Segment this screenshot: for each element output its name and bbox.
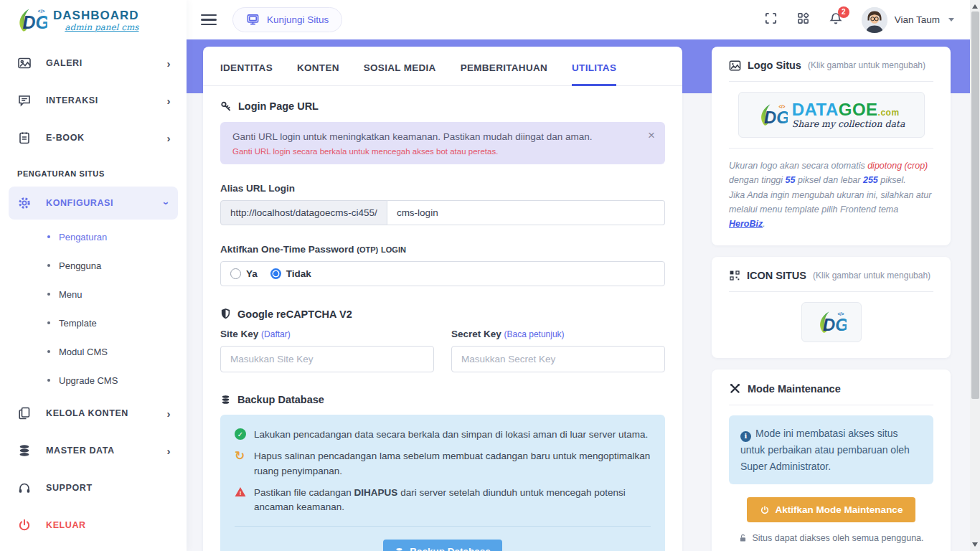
- check-circle-icon: ✓: [235, 428, 246, 440]
- datagoe-logo-icon: DG </>: [16, 6, 47, 34]
- otp-radio-group: Ya Tidak: [220, 261, 665, 286]
- fullscreen-icon: [764, 11, 778, 25]
- svg-text:DG: DG: [23, 12, 47, 32]
- sidebar-subitem-modul-cms[interactable]: Modul CMS: [0, 337, 187, 366]
- site-logo-image[interactable]: DG </> DATAGOE.com Share my collection d…: [738, 92, 925, 138]
- sidebar-item-interaksi[interactable]: INTERAKSI ›: [0, 82, 187, 119]
- sidebar-section-label: PENGATURAN SITUS: [0, 156, 187, 184]
- avatar: [862, 7, 887, 33]
- close-icon[interactable]: ×: [648, 129, 655, 141]
- topbar: Kunjungi Situs 2 Vian Taum: [187, 0, 970, 39]
- apps-menu-button[interactable]: [796, 11, 810, 28]
- chevron-down-icon: ›: [162, 201, 173, 205]
- maintenance-info-box: iMode ini membatasi akses situs untuk pe…: [729, 415, 933, 484]
- sidebar-item-ebook[interactable]: E-BOOK ›: [0, 119, 187, 156]
- maintenance-heading: Mode Maintenance: [729, 382, 933, 395]
- sidebar-item-label: MASTER DATA: [46, 446, 115, 456]
- radio-checked-icon[interactable]: [270, 268, 281, 279]
- sidebar-subitem-menu[interactable]: Menu: [0, 280, 187, 309]
- apps-grid-icon: [796, 11, 810, 25]
- backup-tip: ! Pastikan file cadangan DIHAPUS dari se…: [235, 486, 651, 515]
- logo-situs-card: Logo Situs (Klik gambar untuk mengubah) …: [712, 47, 951, 245]
- user-menu[interactable]: Vian Taum: [862, 7, 954, 33]
- svg-text:</>: </>: [837, 311, 844, 316]
- subitem-label: Menu: [59, 289, 83, 300]
- secret-key-input[interactable]: [451, 346, 665, 372]
- visit-site-button[interactable]: Kunjungi Situs: [232, 7, 342, 32]
- scroll-down-arrow-icon[interactable]: [972, 542, 978, 547]
- otp-option-ya[interactable]: Ya: [230, 268, 258, 279]
- brand-logo[interactable]: DG </> DASHBOARD admin panel cms: [0, 0, 187, 40]
- alert-main-text: Ganti URL login untuk meningkatkan keama…: [232, 131, 636, 142]
- activate-maintenance-button[interactable]: Aktifkan Mode Maintenance: [747, 497, 916, 522]
- sidebar-item-support[interactable]: SUPPORT: [0, 469, 187, 507]
- sidebar-item-kelola-konten[interactable]: KELOLA KONTEN ›: [0, 395, 187, 432]
- otp-option-tidak[interactable]: Tidak: [270, 268, 311, 279]
- backup-database-button[interactable]: Backup Database: [383, 540, 502, 551]
- scroll-up-arrow-icon[interactable]: [972, 4, 978, 9]
- icon-situs-card: ICON SITUS (Klik gambar untuk mengubah) …: [712, 257, 951, 358]
- radio-unchecked-icon[interactable]: [230, 268, 241, 279]
- datagoe-logo-icon: DG </>: [758, 100, 788, 129]
- login-page-url-heading: Login Page URL: [220, 100, 665, 112]
- maintenance-card: Mode Maintenance iMode ini membatasi aks…: [712, 369, 951, 551]
- settings-tabs: IDENTITAS KONTEN SOSIAL MEDIA PEMBERITAH…: [203, 47, 682, 86]
- backup-tip: ✓ Lakukan pencadangan data secara berkal…: [235, 428, 651, 442]
- backup-heading: Backup Database: [220, 394, 665, 405]
- sidebar-subitem-upgrade-cms[interactable]: Upgrade CMS: [0, 366, 187, 395]
- alert-sub-text: Ganti URL login secara berkala untuk men…: [232, 147, 636, 156]
- subitem-label: Pengguna: [59, 260, 101, 271]
- notifications-button[interactable]: 2: [829, 11, 843, 29]
- chevron-down-icon: [948, 18, 954, 22]
- secret-key-guide-link[interactable]: (Baca petunjuk): [504, 329, 565, 339]
- backup-tip: ↻ Hapus salinan pencadangan lama sebelum…: [235, 449, 651, 479]
- sidebar-item-konfigurasi[interactable]: KONFIGURASI ›: [9, 187, 178, 220]
- bullet-icon: [47, 264, 50, 267]
- tab-konten[interactable]: KONTEN: [297, 62, 339, 85]
- page-scrollbar[interactable]: [970, 0, 980, 551]
- tab-sosial-media[interactable]: SOSIAL MEDIA: [364, 62, 436, 85]
- tab-pemberitahuan[interactable]: PEMBERITAHUAN: [461, 62, 547, 85]
- divider: [235, 526, 651, 527]
- site-key-input[interactable]: [220, 346, 434, 372]
- ebook-icon: [17, 131, 32, 145]
- sidebar-item-keluar[interactable]: KELUAR: [0, 507, 187, 544]
- chevron-right-icon: ›: [166, 58, 171, 69]
- sidebar-item-label: INTERAKSI: [46, 95, 98, 105]
- monitor-icon: [246, 13, 260, 27]
- tab-utilitas[interactable]: UTILITAS: [572, 62, 616, 86]
- key-icon: [220, 100, 232, 112]
- sidebar-item-label: KELOLA KONTEN: [46, 408, 128, 418]
- menu-toggle-icon[interactable]: [201, 11, 217, 29]
- site-key-label: Site Key (Daftar): [220, 329, 434, 339]
- herobiz-link[interactable]: HeroBiz: [729, 219, 763, 229]
- icon-situs-heading: ICON SITUS (Klik gambar untuk mengubah): [729, 270, 933, 281]
- power-icon: [760, 505, 770, 515]
- tab-identitas[interactable]: IDENTITAS: [220, 62, 273, 85]
- sidebar-item-master-data[interactable]: MASTER DATA ›: [0, 432, 187, 469]
- sidebar-subitem-pengaturan[interactable]: Pengaturan: [0, 222, 187, 251]
- brand-name: DASHBOARD: [53, 9, 139, 22]
- refresh-icon: ↻: [235, 450, 246, 479]
- fullscreen-button[interactable]: [764, 11, 778, 28]
- sidebar-item-label: KELUAR: [46, 520, 86, 530]
- scrollbar-thumb[interactable]: [971, 11, 979, 399]
- site-key-register-link[interactable]: (Daftar): [261, 329, 291, 339]
- sidebar: DG </> DASHBOARD admin panel cms GALERI …: [0, 0, 187, 551]
- site-icon-image[interactable]: DG </>: [801, 302, 862, 342]
- alias-url-input[interactable]: [387, 200, 665, 225]
- qr-code-icon: [729, 270, 740, 281]
- bullet-icon: [47, 293, 50, 296]
- bullet-icon: [47, 321, 50, 324]
- sidebar-subitem-pengguna[interactable]: Pengguna: [0, 251, 187, 280]
- right-column: Logo Situs (Klik gambar untuk mengubah) …: [712, 47, 951, 551]
- sidebar-subitem-template[interactable]: Template: [0, 309, 187, 337]
- divider: [729, 148, 933, 149]
- image-icon: [729, 60, 741, 71]
- sidebar-item-label: GALERI: [46, 58, 83, 68]
- sidebar-item-label: SUPPORT: [46, 483, 93, 493]
- svg-text:DG: DG: [823, 315, 847, 334]
- alias-url-label: Alias URL Login: [220, 183, 665, 194]
- sidebar-item-galeri[interactable]: GALERI ›: [0, 44, 187, 82]
- warning-icon: !: [235, 486, 246, 497]
